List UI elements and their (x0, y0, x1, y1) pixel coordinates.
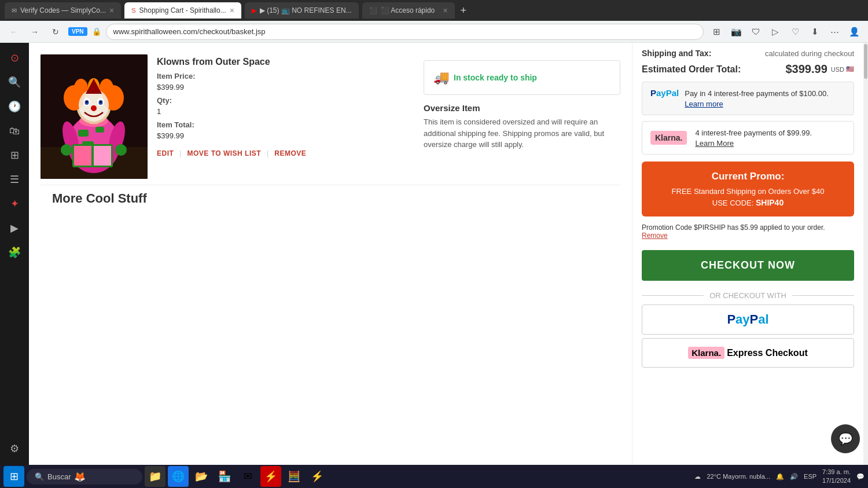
or-label: OR CHECKOUT WITH (709, 291, 786, 300)
cart-item: Klowns from Outer Space Item Price: $399… (41, 49, 620, 185)
taskbar-app-explorer[interactable]: 📂 (191, 466, 212, 487)
item-qty-label: Qty: (157, 96, 172, 105)
left-sidebar: ⊙ 🔍 🕐 🛍 ⊞ ☰ ✦ ▶ 🧩 ⚙ ··· (0, 43, 29, 488)
remove-promo-link[interactable]: Remove (642, 232, 668, 240)
klarna-btn-suffix: Express Checkout (727, 348, 808, 358)
chat-fab-button[interactable]: 💬 (831, 424, 860, 453)
paypal-info-box: PayPal Pay in 4 interest-free payments o… (642, 82, 854, 115)
svg-point-26 (61, 144, 72, 156)
paypal-checkout-button[interactable]: PayPal (642, 304, 854, 335)
paypal-P: P (650, 88, 656, 98)
sidebar-icon-grid[interactable]: ⊞ (4, 145, 25, 166)
klarna-info-box: Klarna. 4 interest-free payments of $99.… (642, 121, 854, 155)
svg-point-27 (115, 144, 127, 156)
tab3-favicon: ▶ (252, 7, 256, 14)
paypal-btn-logo: PayPal (727, 312, 768, 327)
sidebar-icon-history[interactable]: 🕐 (4, 96, 25, 117)
item-qty-row: Qty: (157, 96, 414, 105)
more-cool-stuff-section: More Cool Stuff (41, 185, 620, 212)
item-total-value-row: $399.99 (157, 131, 414, 140)
taskbar-fox-icon: 🦊 (74, 471, 86, 482)
sidebar-icon-menu[interactable]: ☰ (4, 169, 25, 190)
item-name: Klowns from Outer Space (157, 57, 414, 67)
flag-icon: 🇺🇸 (846, 65, 854, 73)
sidebar-icon-star[interactable]: ✦ (4, 193, 25, 214)
shield-icon[interactable]: 🛡 (748, 24, 764, 40)
address-bar[interactable]: www.spirithalloween.com/checkout/basket.… (106, 24, 704, 40)
taskbar-chat[interactable]: 💬 (856, 473, 865, 480)
camera-icon[interactable]: 📷 (728, 24, 744, 40)
edit-link[interactable]: EDIT (157, 149, 174, 157)
taskbar-temperature: 22°C Mayorm. nubla... (707, 473, 770, 480)
currency-badge: USD 🇺🇸 (831, 65, 854, 73)
heart-icon[interactable]: ♡ (787, 24, 803, 40)
paypal-P2-btn: P (750, 312, 759, 326)
forward-button[interactable]: → (27, 24, 43, 40)
menu-dots-icon[interactable]: ⋯ (826, 24, 843, 40)
taskbar-app-calc[interactable]: 🧮 (284, 466, 304, 487)
taskbar-language: ESP (804, 473, 816, 480)
klarna-learn-more-link[interactable]: Learn More (695, 139, 733, 148)
taskbar-app-files[interactable]: 📁 (145, 466, 165, 487)
download-icon[interactable]: ⬇ (807, 24, 823, 40)
sidebar-icon-circle[interactable]: ⊙ (4, 47, 25, 68)
taskbar-app-red[interactable]: ⚡ (260, 466, 281, 487)
item-price-value: $399.99 (157, 83, 184, 91)
tab1-close[interactable]: × (109, 6, 114, 15)
promo-text: FREE Standard Shipping on Orders Over $4… (651, 187, 845, 196)
klarna-btn-prefix: Klarna. (688, 347, 724, 359)
promo-applied-section: Promotion Code $PIRSHIP has $5.99 applie… (642, 223, 854, 240)
right-scrollbar[interactable] (863, 43, 868, 488)
tab2-favicon: S (131, 7, 135, 14)
action-sep-2: | (267, 149, 269, 157)
sidebar-icon-bag[interactable]: 🛍 (4, 120, 25, 141)
taskbar-date-value: 17/1/2024 (822, 476, 851, 485)
taskbar-app-edge[interactable]: 🌐 (168, 466, 189, 487)
profile-icon[interactable]: 👤 (846, 24, 862, 40)
oversize-section: Oversize Item This item is considered ov… (424, 103, 620, 151)
oversize-title: Oversize Item (424, 103, 620, 113)
main-layout: ⊙ 🔍 🕐 🛍 ⊞ ☰ ✦ ▶ 🧩 ⚙ ··· (0, 43, 868, 488)
product-image-svg (41, 54, 148, 179)
tab-verify-codes[interactable]: ✉ Verify Codes — SimplyCo... × (5, 2, 121, 19)
taskbar-search[interactable]: 🔍 Buscar 🦊 (27, 469, 142, 485)
tab-youtube[interactable]: ▶ ▶ (15) 📺 NO REFINES EN... (245, 2, 359, 19)
cart-item-actions: EDIT | MOVE TO WISH LIST | REMOVE (157, 149, 414, 157)
sidebar-icon-puzzle[interactable]: 🧩 (4, 242, 25, 263)
extensions-icon[interactable]: ⊞ (708, 24, 724, 40)
taskbar-clock: 7:39 a. m. 17/1/2024 (822, 468, 851, 486)
item-price-label: Item Price: (157, 72, 195, 80)
sidebar-icon-settings[interactable]: ⚙ (4, 438, 25, 459)
remove-link[interactable]: REMOVE (274, 149, 306, 157)
svg-point-20 (86, 101, 88, 103)
back-button[interactable]: ← (6, 24, 22, 40)
item-total-label: Item Total: (157, 120, 194, 129)
tab2-label: Shopping Cart - Spirithallo... (139, 6, 226, 14)
item-qty-value-row: 1 (157, 107, 414, 118)
taskbar-app-mail[interactable]: ✉ (237, 466, 258, 487)
tab4-close[interactable]: × (443, 6, 447, 15)
klarna-express-button[interactable]: Klarna. Express Checkout (642, 338, 854, 368)
sidebar-icon-search[interactable]: 🔍 (4, 72, 25, 93)
paypal-logo: PayPal (650, 88, 679, 98)
send-icon[interactable]: ▷ (767, 24, 784, 40)
taskbar-app-store[interactable]: 🏪 (214, 466, 235, 487)
tab-shopping-cart[interactable]: S Shopping Cart - Spirithallo... × (124, 2, 241, 19)
tab2-close[interactable]: × (230, 6, 234, 15)
taskbar-app-orange[interactable]: ⚡ (307, 466, 328, 487)
sidebar-icon-play[interactable]: ▶ (4, 218, 25, 239)
new-tab-button[interactable]: + (461, 5, 467, 17)
paypal-learn-more-link[interactable]: Learn more (685, 100, 723, 108)
move-to-wishlist-link[interactable]: MOVE TO WISH LIST (187, 149, 261, 157)
tab-acceso[interactable]: ⬛ ⬛ Acceso rápido × (362, 2, 455, 19)
refresh-button[interactable]: ↻ (47, 24, 64, 40)
tab1-favicon: ✉ (12, 7, 17, 14)
checkout-now-button[interactable]: CHECKOUT NOW (642, 250, 854, 281)
klarna-info-text: 4 interest-free payments of $99.99. Lear… (695, 127, 812, 148)
tab1-label: Verify Codes — SimplyCo... (20, 6, 106, 14)
shipping-tax-value: calculated during checkout (765, 49, 854, 58)
tab3-label: ▶ (15) 📺 NO REFINES EN... (260, 6, 352, 14)
taskbar-time-value: 7:39 a. m. (822, 468, 851, 476)
start-button[interactable]: ⊞ (3, 466, 24, 487)
action-sep-1: | (179, 149, 181, 157)
